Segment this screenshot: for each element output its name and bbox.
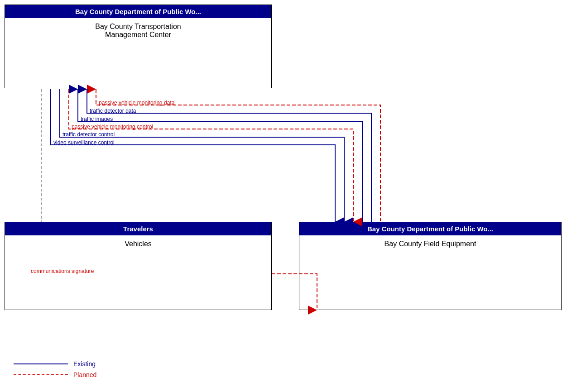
legend-existing: Existing xyxy=(14,360,96,368)
legend-planned-line xyxy=(14,374,68,375)
legend-planned-label: Planned xyxy=(73,371,96,378)
traffic-detector-data-label: traffic detector data xyxy=(90,108,136,114)
video-surveillance-control-label: video surveillance control xyxy=(53,139,115,146)
legend-existing-label: Existing xyxy=(73,360,96,368)
diagram-svg xyxy=(0,0,567,392)
communications-signature-label: communications signature xyxy=(31,268,94,274)
passive-vehicle-monitoring-data-label: passive vehicle monitoring data xyxy=(99,100,174,106)
traffic-images-label: traffic images xyxy=(81,116,113,122)
legend: Existing Planned xyxy=(14,360,96,378)
legend-existing-line xyxy=(14,363,68,364)
traffic-detector-control-label: traffic detector control xyxy=(62,131,115,138)
legend-planned: Planned xyxy=(14,371,96,378)
diagram-container: Bay County Department of Public Wo... Ba… xyxy=(0,0,567,392)
communications-signature-line xyxy=(272,274,317,310)
passive-vehicle-monitoring-data-line xyxy=(96,89,380,222)
passive-vehicle-monitoring-control-label: passive vehicle monitoring control xyxy=(72,124,153,130)
